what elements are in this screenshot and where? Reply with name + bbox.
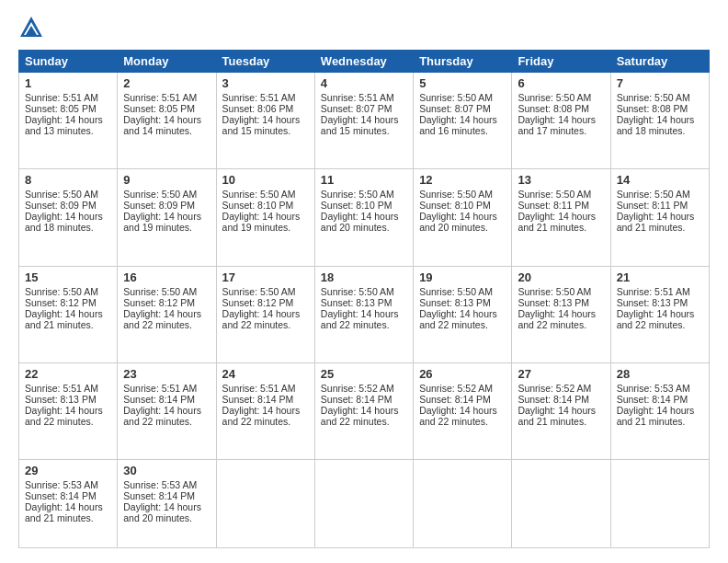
day-info: Sunset: 8:12 PM	[25, 297, 111, 308]
day-info: Daylight: 14 hours	[321, 211, 407, 222]
calendar-cell: 15Sunrise: 5:50 AMSunset: 8:12 PMDayligh…	[19, 266, 118, 362]
day-info: and 22 minutes.	[222, 319, 309, 330]
day-info: Daylight: 14 hours	[25, 211, 111, 222]
calendar-cell	[610, 460, 709, 548]
day-number: 1	[25, 76, 111, 90]
day-info: Sunrise: 5:51 AM	[617, 286, 703, 297]
day-info: and 22 minutes.	[321, 416, 407, 427]
calendar-cell: 27Sunrise: 5:52 AMSunset: 8:14 PMDayligh…	[512, 362, 610, 459]
calendar-cell: 4Sunrise: 5:51 AMSunset: 8:07 PMDaylight…	[314, 73, 413, 169]
day-info: Sunset: 8:08 PM	[518, 103, 604, 114]
day-info: and 19 minutes.	[222, 222, 309, 233]
day-number: 18	[321, 270, 407, 284]
day-info: Sunrise: 5:51 AM	[222, 383, 309, 394]
day-number: 20	[518, 270, 604, 284]
day-info: Sunset: 8:08 PM	[617, 103, 703, 114]
day-info: Daylight: 14 hours	[518, 405, 604, 416]
day-number: 13	[518, 173, 604, 187]
day-info: Sunrise: 5:51 AM	[321, 92, 407, 103]
day-info: Daylight: 14 hours	[25, 501, 111, 512]
day-number: 12	[419, 173, 506, 187]
day-info: Sunset: 8:10 PM	[222, 200, 309, 211]
day-number: 29	[25, 464, 111, 477]
weekday-header: Friday	[512, 51, 610, 73]
calendar-cell: 12Sunrise: 5:50 AMSunset: 8:10 PMDayligh…	[414, 169, 512, 266]
day-number: 9	[123, 173, 210, 187]
day-info: Daylight: 14 hours	[617, 114, 703, 125]
day-info: Sunrise: 5:53 AM	[25, 479, 111, 490]
day-number: 14	[617, 173, 703, 187]
day-info: Sunrise: 5:51 AM	[123, 92, 210, 103]
day-info: and 14 minutes.	[123, 125, 210, 136]
day-info: Daylight: 14 hours	[222, 405, 309, 416]
day-info: and 15 minutes.	[321, 125, 407, 136]
day-info: Daylight: 14 hours	[419, 114, 506, 125]
day-info: Sunset: 8:14 PM	[123, 394, 210, 405]
day-info: Sunset: 8:12 PM	[222, 297, 309, 308]
day-info: and 22 minutes.	[321, 319, 407, 330]
day-info: and 21 minutes.	[617, 416, 703, 427]
day-info: and 20 minutes.	[419, 222, 506, 233]
day-info: Daylight: 14 hours	[419, 405, 506, 416]
calendar-cell: 3Sunrise: 5:51 AMSunset: 8:06 PMDaylight…	[216, 73, 314, 169]
day-info: Sunrise: 5:50 AM	[419, 286, 506, 297]
header	[18, 15, 710, 40]
calendar-cell: 13Sunrise: 5:50 AMSunset: 8:11 PMDayligh…	[512, 169, 610, 266]
calendar-cell: 18Sunrise: 5:50 AMSunset: 8:13 PMDayligh…	[314, 266, 413, 362]
day-info: Sunset: 8:13 PM	[617, 297, 703, 308]
day-info: Sunrise: 5:50 AM	[518, 286, 604, 297]
day-info: Sunrise: 5:50 AM	[25, 286, 111, 297]
day-info: and 22 minutes.	[25, 416, 111, 427]
day-info: Daylight: 14 hours	[123, 114, 210, 125]
day-number: 8	[25, 173, 111, 187]
day-info: and 20 minutes.	[123, 512, 210, 523]
day-info: and 21 minutes.	[518, 222, 604, 233]
weekday-header: Thursday	[414, 51, 512, 73]
day-number: 3	[222, 76, 309, 90]
day-info: Daylight: 14 hours	[123, 501, 210, 512]
calendar-table: SundayMondayTuesdayWednesdayThursdayFrid…	[18, 50, 710, 548]
weekday-header: Monday	[118, 51, 216, 73]
day-info: and 18 minutes.	[25, 222, 111, 233]
day-info: Sunrise: 5:53 AM	[617, 383, 703, 394]
day-info: Daylight: 14 hours	[321, 114, 407, 125]
day-info: Sunset: 8:14 PM	[222, 394, 309, 405]
day-number: 25	[321, 367, 407, 381]
day-info: Sunrise: 5:52 AM	[419, 383, 506, 394]
day-info: Daylight: 14 hours	[518, 211, 604, 222]
day-number: 19	[419, 270, 506, 284]
day-info: and 18 minutes.	[617, 125, 703, 136]
day-number: 30	[123, 464, 210, 477]
day-info: Daylight: 14 hours	[617, 405, 703, 416]
weekday-header: Tuesday	[216, 51, 314, 73]
day-number: 16	[123, 270, 210, 284]
page: SundayMondayTuesdayWednesdayThursdayFrid…	[0, 0, 728, 563]
day-info: and 16 minutes.	[419, 125, 506, 136]
calendar-cell: 23Sunrise: 5:51 AMSunset: 8:14 PMDayligh…	[118, 362, 216, 459]
day-info: Sunrise: 5:50 AM	[617, 189, 703, 200]
day-number: 22	[25, 367, 111, 381]
day-info: Sunset: 8:12 PM	[123, 297, 210, 308]
day-number: 28	[617, 367, 703, 381]
day-info: and 22 minutes.	[617, 319, 703, 330]
day-info: Daylight: 14 hours	[617, 308, 703, 319]
day-number: 10	[222, 173, 309, 187]
day-info: and 22 minutes.	[419, 416, 506, 427]
calendar-cell	[414, 460, 512, 548]
calendar-cell: 19Sunrise: 5:50 AMSunset: 8:13 PMDayligh…	[414, 266, 512, 362]
calendar-cell: 7Sunrise: 5:50 AMSunset: 8:08 PMDaylight…	[610, 73, 709, 169]
day-info: Sunset: 8:05 PM	[25, 103, 111, 114]
day-info: Sunset: 8:07 PM	[321, 103, 407, 114]
day-number: 7	[617, 76, 703, 90]
day-info: and 22 minutes.	[123, 416, 210, 427]
calendar-cell: 14Sunrise: 5:50 AMSunset: 8:11 PMDayligh…	[610, 169, 709, 266]
day-info: Daylight: 14 hours	[222, 114, 309, 125]
day-info: Sunrise: 5:50 AM	[25, 189, 111, 200]
day-info: and 21 minutes.	[25, 319, 111, 330]
day-info: Sunrise: 5:50 AM	[321, 189, 407, 200]
day-info: Sunset: 8:11 PM	[617, 200, 703, 211]
day-info: Sunrise: 5:51 AM	[123, 383, 210, 394]
calendar-cell	[216, 460, 314, 548]
day-info: Sunrise: 5:50 AM	[518, 92, 604, 103]
day-info: Sunset: 8:14 PM	[419, 394, 506, 405]
